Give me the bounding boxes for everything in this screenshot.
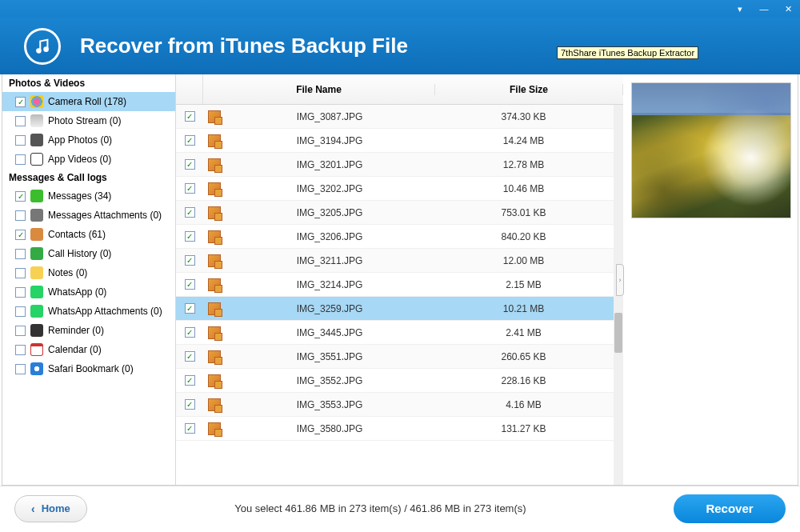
sidebar-item[interactable]: Call History (0) (2, 244, 175, 263)
table-row[interactable]: ✓IMG_3201.JPG12.78 MB (176, 153, 623, 177)
category-icon (30, 324, 43, 337)
checkbox[interactable] (15, 306, 26, 317)
sidebar-item[interactable]: Calendar (0) (2, 340, 175, 359)
file-list: File Name File Size ✓IMG_3087.JPG374.30 … (176, 74, 623, 485)
file-size: 10.21 MB (434, 303, 623, 314)
sidebar-item[interactable]: Reminder (0) (2, 321, 175, 340)
file-name: IMG_3202.JPG (226, 183, 434, 194)
category-icon (30, 228, 43, 241)
checkbox[interactable]: ✓ (15, 191, 26, 202)
file-name: IMG_3087.JPG (226, 111, 434, 122)
row-checkbox[interactable]: ✓ (185, 183, 195, 194)
category-icon (30, 247, 43, 260)
image-icon (208, 326, 221, 339)
checkbox[interactable] (15, 249, 26, 259)
table-row[interactable]: ✓IMG_3553.JPG4.16 MB (176, 393, 623, 417)
scrollbar-thumb[interactable] (614, 313, 622, 353)
row-checkbox[interactable]: ✓ (185, 207, 195, 218)
status-text: You select 461.86 MB in 273 item(s) / 46… (87, 502, 674, 514)
table-row[interactable]: ✓IMG_3211.JPG12.00 MB (176, 249, 623, 273)
checkbox[interactable] (15, 210, 26, 221)
close-button[interactable]: ✕ (776, 0, 800, 18)
sidebar-item[interactable]: WhatsApp Attachments (0) (2, 302, 175, 321)
file-size: 2.15 MB (434, 279, 623, 290)
table-row[interactable]: ✓IMG_3552.JPG228.16 KB (176, 369, 623, 393)
file-size: 753.01 KB (434, 207, 623, 218)
row-checkbox[interactable]: ✓ (185, 327, 195, 338)
row-checkbox[interactable]: ✓ (185, 423, 195, 434)
table-row[interactable]: ✓IMG_3202.JPG10.46 MB (176, 177, 623, 201)
table-row[interactable]: ✓IMG_3206.JPG840.20 KB (176, 225, 623, 249)
table-row[interactable]: ✓IMG_3087.JPG374.30 KB (176, 105, 623, 129)
checkbox[interactable] (15, 268, 26, 278)
row-checkbox[interactable]: ✓ (185, 303, 195, 314)
dropdown-button[interactable]: ▾ (728, 0, 752, 18)
checkbox[interactable]: ✓ (15, 97, 26, 107)
category-icon (30, 343, 43, 356)
sidebar-item[interactable]: ✓Messages (34) (2, 186, 175, 206)
file-size: 374.30 KB (434, 111, 623, 122)
checkbox[interactable] (15, 154, 26, 165)
home-button[interactable]: ‹ Home (14, 495, 87, 522)
row-checkbox[interactable]: ✓ (185, 399, 195, 410)
checkbox[interactable]: ✓ (15, 230, 26, 240)
footer: ‹ Home You select 461.86 MB in 273 item(… (0, 486, 800, 530)
file-size: 260.65 KB (434, 351, 623, 362)
table-row[interactable]: ✓IMG_3205.JPG753.01 KB (176, 201, 623, 225)
checkbox[interactable] (15, 364, 26, 374)
sidebar-item[interactable]: ✓Camera Roll (178) (2, 92, 175, 111)
table-row[interactable]: ✓IMG_3259.JPG10.21 MB (176, 297, 623, 321)
expand-handle[interactable]: › (616, 264, 624, 296)
header-checkbox-col[interactable] (176, 74, 203, 104)
table-row[interactable]: ✓IMG_3580.JPG131.27 KB (176, 417, 623, 441)
table-header: File Name File Size (176, 74, 623, 105)
file-name: IMG_3553.JPG (226, 399, 434, 410)
row-checkbox[interactable]: ✓ (185, 135, 195, 146)
file-size: 131.27 KB (434, 423, 623, 434)
checkbox[interactable] (15, 287, 26, 298)
header-filesize[interactable]: File Size (435, 84, 623, 95)
row-checkbox[interactable]: ✓ (185, 279, 195, 290)
checkbox[interactable] (15, 326, 26, 336)
sidebar-item[interactable]: Safari Bookmark (0) (2, 359, 175, 378)
checkbox[interactable] (15, 135, 26, 146)
table-row[interactable]: ✓IMG_3194.JPG14.24 MB (176, 129, 623, 153)
row-checkbox[interactable]: ✓ (185, 159, 195, 170)
file-name: IMG_3551.JPG (226, 351, 434, 362)
category-icon (30, 95, 43, 108)
row-checkbox[interactable]: ✓ (185, 255, 195, 266)
file-size: 228.16 KB (434, 375, 623, 386)
table-row[interactable]: ✓IMG_3445.JPG2.41 MB (176, 321, 623, 345)
sidebar-item[interactable]: ✓Contacts (61) (2, 225, 175, 244)
file-size: 10.46 MB (434, 183, 623, 194)
sidebar-item[interactable]: Notes (0) (2, 263, 175, 282)
row-checkbox[interactable]: ✓ (185, 111, 195, 122)
row-checkbox[interactable]: ✓ (185, 375, 195, 386)
table-row[interactable]: ✓IMG_3551.JPG260.65 KB (176, 345, 623, 369)
file-size: 840.20 KB (434, 231, 623, 242)
file-name: IMG_3552.JPG (226, 375, 434, 386)
checkbox[interactable] (15, 116, 26, 126)
file-name: IMG_3445.JPG (226, 327, 434, 338)
sidebar-item[interactable]: Messages Attachments (0) (2, 206, 175, 225)
sidebar-item[interactable]: App Photos (0) (2, 130, 175, 150)
checkbox[interactable] (15, 345, 26, 355)
sidebar-item[interactable]: WhatsApp (0) (2, 282, 175, 302)
table-row[interactable]: ✓IMG_3214.JPG2.15 MB (176, 273, 623, 297)
recover-button[interactable]: Recover (674, 494, 786, 523)
header-filename[interactable]: File Name (203, 84, 435, 95)
preview-image (631, 82, 791, 218)
category-icon (30, 153, 43, 166)
category-icon (30, 190, 43, 202)
sidebar-item-label: App Photos (0) (48, 134, 170, 146)
sidebar-item-label: Photo Stream (0) (48, 115, 170, 126)
row-checkbox[interactable]: ✓ (185, 351, 195, 362)
sidebar-item[interactable]: App Videos (0) (2, 150, 175, 169)
row-checkbox[interactable]: ✓ (185, 231, 195, 242)
minimize-button[interactable]: — (752, 0, 776, 18)
sidebar-item-label: Messages (34) (48, 190, 170, 202)
file-name: IMG_3201.JPG (226, 159, 434, 170)
titlebar: ▾ — ✕ (0, 0, 800, 18)
sidebar-item[interactable]: Photo Stream (0) (2, 111, 175, 130)
file-name: IMG_3214.JPG (226, 279, 434, 290)
